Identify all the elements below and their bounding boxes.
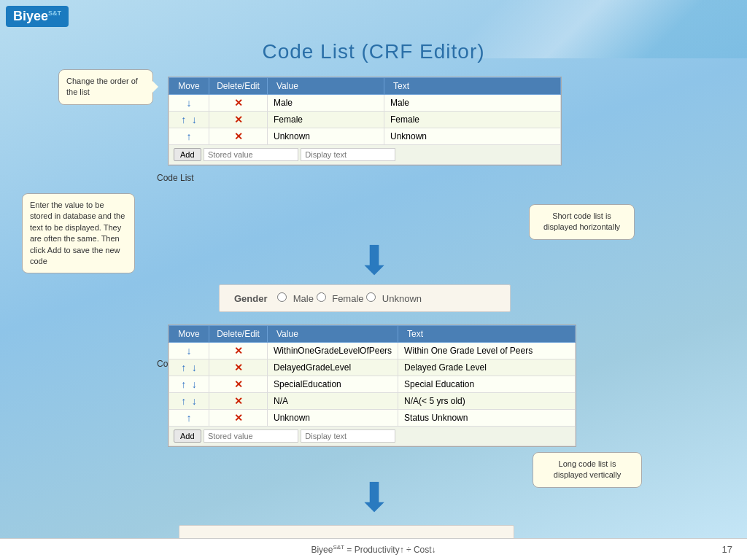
content-area: Change the order of the list Code List M… <box>0 69 747 551</box>
move-cell: ↓ <box>169 95 209 112</box>
logo: BiyeeS&T <box>6 6 69 27</box>
table-row: ↑ ↓ ✕ SpecialEducation Special Education <box>169 376 576 393</box>
table-row: ↑ ✕ Unknown Unknown <box>169 128 561 145</box>
th-delete-edit: Delete/Edit <box>209 78 268 95</box>
move-up-button[interactable]: ↑ <box>179 395 187 407</box>
gender-display: Gender Male Female Unknown <box>219 284 511 312</box>
text-cell: Male <box>384 95 561 112</box>
move-down-button[interactable]: ↓ <box>190 362 198 373</box>
th-delete-edit-b: Delete/Edit <box>209 326 268 343</box>
top-table-container: Move Delete/Edit Value Text ↓ ✕ <box>168 77 562 166</box>
delete-button[interactable]: ✕ <box>234 97 243 109</box>
delete-button[interactable]: ✕ <box>234 114 243 125</box>
move-down-button[interactable]: ↓ <box>185 97 193 109</box>
gender-male-label: Male <box>293 293 314 304</box>
table-row: ↑ ↓ ✕ DelayedGradeLevel Delayed Grade Le… <box>169 359 576 376</box>
down-arrow-icon-2: ⬇ <box>357 478 391 518</box>
stored-value-input-bottom[interactable] <box>204 429 298 443</box>
move-down-button[interactable]: ↓ <box>190 378 198 390</box>
move-cell: ↑ <box>169 128 209 145</box>
add-row-cell-b: Add <box>169 427 576 446</box>
table-row: ↓ ✕ WithinOneGradeLevelOfPeers Within On… <box>169 343 576 359</box>
table-row: ↑ ✕ Unknown Status Unknown <box>169 410 576 427</box>
th-move: Move <box>169 78 209 95</box>
table-row: ↑ ↓ ✕ N/A N/A(< 5 yrs old) <box>169 393 576 410</box>
value-cell: Unknown <box>268 128 384 145</box>
text-cell: Within One Grade Level of Peers <box>398 343 576 359</box>
display-text-input-bottom[interactable] <box>301 429 395 443</box>
delete-button[interactable]: ✕ <box>234 345 243 357</box>
move-up-button[interactable]: ↑ <box>179 378 187 390</box>
down-arrow-icon: ⬇ <box>357 241 391 281</box>
value-cell: WithinOneGradeLevelOfPeers <box>268 343 398 359</box>
move-cell: ↓ <box>169 343 209 359</box>
stored-value-input-top[interactable] <box>204 148 298 161</box>
callout-value: Enter the value to be stored in database… <box>22 193 135 273</box>
move-up-button[interactable]: ↑ <box>185 131 193 142</box>
display-text-input-top[interactable] <box>301 148 395 161</box>
gender-female-radio[interactable] <box>317 292 326 302</box>
gender-unknown-radio[interactable] <box>366 292 376 302</box>
add-row-cell: Add <box>169 145 561 165</box>
delete-button[interactable]: ✕ <box>234 131 243 142</box>
gender-unknown-label: Unknown <box>382 293 422 304</box>
callout-long: Long code list is displayed vertically <box>533 452 642 488</box>
top-crf-table: Move Delete/Edit Value Text ↓ ✕ <box>169 77 561 165</box>
del-cell: ✕ <box>209 393 268 410</box>
del-cell: ✕ <box>209 112 268 128</box>
arrow-down-bottom: ⬇ <box>357 478 391 518</box>
bottom-table-container: Move Delete/Edit Value Text ↓ ✕ <box>168 324 576 447</box>
del-cell: ✕ <box>209 95 268 112</box>
page-title: Code List (CRF Editor) <box>0 40 747 63</box>
move-cell: ↑ ↓ <box>169 112 209 128</box>
value-cell: Male <box>268 95 384 112</box>
move-down-button[interactable]: ↓ <box>190 114 198 125</box>
footer-page-number: 17 <box>722 544 732 555</box>
value-cell: Unknown <box>268 410 398 427</box>
value-cell: SpecialEducation <box>268 376 398 393</box>
text-cell: Unknown <box>384 128 561 145</box>
callout-short: Short code list is displayed horizontall… <box>529 204 635 240</box>
delete-button[interactable]: ✕ <box>234 395 243 407</box>
move-up-button[interactable]: ↑ <box>179 362 187 373</box>
gender-female-label: Female <box>332 293 363 304</box>
text-cell: Status Unknown <box>398 410 576 427</box>
footer: BiyeeS&T = Productivity↑ ÷ Cost↓ 17 <box>0 538 747 560</box>
table-row: ↑ ↓ ✕ Female Female <box>169 112 561 128</box>
table-row: ↓ ✕ Male Male <box>169 95 561 112</box>
value-cell: Female <box>268 112 384 128</box>
add-row-bottom: Add <box>169 427 576 446</box>
del-cell: ✕ <box>209 359 268 376</box>
del-cell: ✕ <box>209 128 268 145</box>
gender-male-radio[interactable] <box>277 292 287 302</box>
logo-sup: S&T <box>48 9 61 17</box>
bottom-crf-table: Move Delete/Edit Value Text ↓ ✕ <box>169 325 576 446</box>
text-cell: Special Education <box>398 376 576 393</box>
delete-button[interactable]: ✕ <box>234 362 243 373</box>
move-cell: ↑ <box>169 410 209 427</box>
del-cell: ✕ <box>209 343 268 359</box>
move-down-button[interactable]: ↓ <box>190 395 198 407</box>
add-button-bottom[interactable]: Add <box>174 429 201 443</box>
move-down-button[interactable]: ↓ <box>185 345 193 357</box>
arrow-down-top: ⬇ <box>357 241 391 281</box>
gender-label: Gender <box>234 293 268 304</box>
delete-button[interactable]: ✕ <box>234 378 243 390</box>
value-cell: DelayedGradeLevel <box>268 359 398 376</box>
move-up-button[interactable]: ↑ <box>185 412 193 424</box>
add-button-top[interactable]: Add <box>174 148 201 161</box>
delete-button[interactable]: ✕ <box>234 412 243 424</box>
th-value: Value <box>268 78 384 95</box>
footer-text: BiyeeS&T = Productivity↑ ÷ Cost↓ <box>311 544 436 555</box>
move-cell: ↑ ↓ <box>169 359 209 376</box>
th-text-b: Text <box>398 326 576 343</box>
th-value-b: Value <box>268 326 398 343</box>
value-cell: N/A <box>268 393 398 410</box>
logo-text: BiyeeS&T <box>13 9 61 23</box>
del-cell: ✕ <box>209 410 268 427</box>
text-cell: Female <box>384 112 561 128</box>
move-up-button[interactable]: ↑ <box>179 114 187 125</box>
th-text: Text <box>384 78 561 95</box>
del-cell: ✕ <box>209 376 268 393</box>
code-list-label-top: Code List <box>157 173 194 183</box>
